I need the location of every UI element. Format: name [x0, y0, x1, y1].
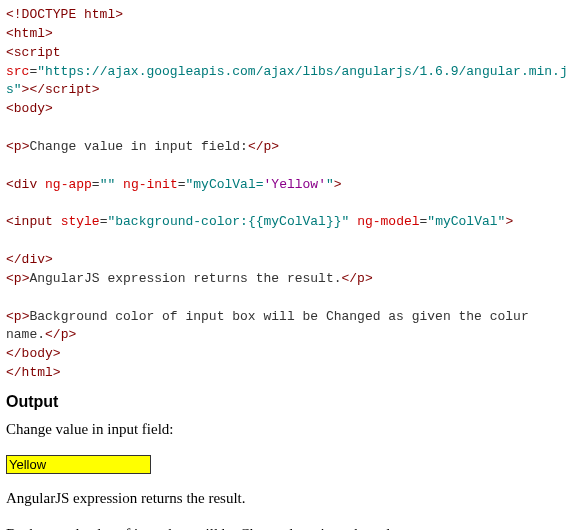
code-line-8: <div ng-app="" ng-init="myColVal='Yellow…: [6, 177, 342, 192]
code-line-16: </body>: [6, 346, 61, 361]
code-line-17: </html>: [6, 365, 61, 380]
code-line-13: <p>AngularJS expression returns the resu…: [6, 271, 373, 286]
code-block: <!DOCTYPE html> <html> <script src="http…: [6, 6, 568, 383]
code-line-6: <p>Change value in input field:</p>: [6, 139, 279, 154]
code-line-3: <script src="https://ajax.googleapis.com…: [6, 45, 568, 98]
code-line-12: </div>: [6, 252, 53, 267]
code-line-1: <!DOCTYPE html>: [6, 7, 123, 22]
output-para-1: Change value in input field:: [6, 419, 568, 441]
code-line-15: <p>Background color of input box will be…: [6, 309, 537, 343]
output-heading: Output: [6, 390, 568, 413]
output-para-2: AngularJS expression returns the result.: [6, 488, 568, 510]
code-line-4: <body>: [6, 101, 53, 116]
code-line-10: <input style="background-color:{{myColVa…: [6, 214, 513, 229]
code-line-2: <html>: [6, 26, 53, 41]
output-para-3: Background color of input box will be Ch…: [6, 524, 568, 530]
color-input[interactable]: [6, 455, 151, 474]
output-section: Output Change value in input field: Angu…: [6, 383, 568, 530]
